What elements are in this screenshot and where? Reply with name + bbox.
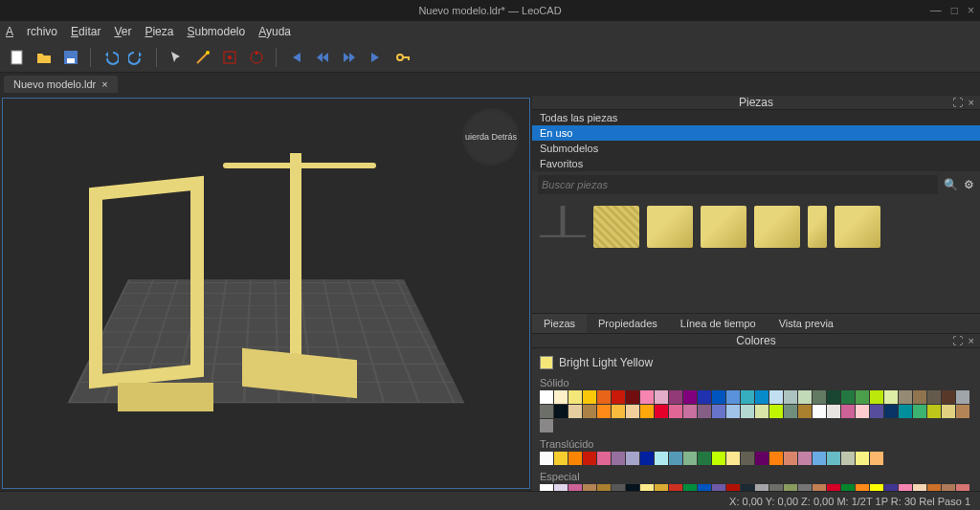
- viewport-3d[interactable]: uierda Detrás: [2, 98, 530, 489]
- expand-icon[interactable]: ⛶: [952, 97, 963, 108]
- color-cell[interactable]: [813, 390, 826, 404]
- color-cell[interactable]: [899, 405, 912, 418]
- color-cell[interactable]: [640, 452, 654, 465]
- tab-close-icon[interactable]: ×: [101, 78, 107, 90]
- part-thumb[interactable]: [835, 206, 880, 248]
- color-cell[interactable]: [554, 390, 568, 404]
- part-thumb[interactable]: [540, 206, 586, 248]
- last-step-icon[interactable]: [365, 46, 388, 69]
- color-cell[interactable]: [913, 390, 926, 404]
- color-cell[interactable]: [683, 452, 697, 465]
- color-cell[interactable]: [870, 390, 883, 404]
- color-cell[interactable]: [712, 405, 725, 418]
- color-cell[interactable]: [856, 405, 869, 418]
- close-icon[interactable]: ×: [968, 4, 974, 17]
- color-cell[interactable]: [841, 405, 855, 418]
- color-cell[interactable]: [784, 405, 797, 418]
- color-cell[interactable]: [784, 390, 797, 404]
- filter-submodels[interactable]: Submodelos: [532, 141, 980, 156]
- color-cell[interactable]: [597, 405, 611, 418]
- color-cell[interactable]: [841, 452, 855, 465]
- color-cell[interactable]: [669, 452, 682, 465]
- menu-archivo[interactable]: Archivo: [6, 25, 57, 38]
- minimize-icon[interactable]: —: [930, 4, 942, 17]
- color-cell[interactable]: [612, 452, 625, 465]
- color-cell[interactable]: [769, 405, 783, 418]
- part-thumb[interactable]: [647, 206, 693, 248]
- color-cell[interactable]: [612, 390, 625, 404]
- color-cell[interactable]: [712, 390, 725, 404]
- color-cell[interactable]: [669, 390, 682, 404]
- color-cell[interactable]: [568, 390, 582, 404]
- undo-icon[interactable]: [99, 46, 122, 69]
- color-cell[interactable]: [540, 390, 553, 404]
- color-cell[interactable]: [568, 452, 582, 465]
- color-cell[interactable]: [626, 452, 639, 465]
- color-cell[interactable]: [856, 390, 869, 404]
- panel-close-icon[interactable]: ×: [969, 97, 974, 108]
- tab-properties[interactable]: Propiedades: [587, 314, 669, 333]
- color-cell[interactable]: [698, 390, 711, 404]
- search-icon[interactable]: 🔍: [944, 178, 958, 191]
- color-cell[interactable]: [827, 390, 840, 404]
- color-cell[interactable]: [942, 405, 955, 418]
- first-step-icon[interactable]: [284, 46, 307, 69]
- color-cell[interactable]: [655, 390, 668, 404]
- select-icon[interactable]: [165, 46, 188, 69]
- next-step-icon[interactable]: [338, 46, 361, 69]
- color-cell[interactable]: [827, 452, 840, 465]
- color-cell[interactable]: [827, 405, 840, 418]
- tab-pieces[interactable]: Piezas: [532, 314, 587, 333]
- color-cell[interactable]: [769, 452, 783, 465]
- color-cell[interactable]: [798, 390, 812, 404]
- color-cell[interactable]: [655, 452, 668, 465]
- panel-close-icon[interactable]: ×: [969, 335, 974, 346]
- search-input[interactable]: [538, 175, 938, 194]
- color-cell[interactable]: [640, 405, 654, 418]
- menu-ver[interactable]: Ver: [114, 25, 131, 38]
- rotate-snap-icon[interactable]: [245, 46, 268, 69]
- color-cell[interactable]: [626, 390, 639, 404]
- color-cell[interactable]: [813, 405, 826, 418]
- color-cell[interactable]: [841, 390, 855, 404]
- color-cell[interactable]: [698, 452, 711, 465]
- color-cell[interactable]: [927, 390, 941, 404]
- color-cell[interactable]: [856, 452, 869, 465]
- color-cell[interactable]: [741, 390, 754, 404]
- redo-icon[interactable]: [125, 46, 148, 69]
- color-cell[interactable]: [626, 405, 639, 418]
- color-cell[interactable]: [798, 452, 812, 465]
- expand-icon[interactable]: ⛶: [952, 335, 963, 346]
- wand-icon[interactable]: [191, 46, 214, 69]
- color-cell[interactable]: [669, 405, 682, 418]
- color-cell[interactable]: [870, 452, 883, 465]
- color-cell[interactable]: [726, 390, 740, 404]
- filter-inuse[interactable]: En uso: [532, 125, 980, 141]
- color-cell[interactable]: [554, 452, 568, 465]
- new-file-icon[interactable]: [6, 46, 29, 69]
- part-thumb[interactable]: [701, 206, 746, 248]
- color-cell[interactable]: [942, 390, 955, 404]
- color-cell[interactable]: [884, 390, 898, 404]
- color-cell[interactable]: [927, 405, 941, 418]
- color-cell[interactable]: [597, 390, 611, 404]
- color-cell[interactable]: [741, 405, 754, 418]
- color-cell[interactable]: [568, 405, 582, 418]
- menu-editar[interactable]: Editar: [71, 25, 100, 38]
- color-cell[interactable]: [913, 405, 926, 418]
- color-cell[interactable]: [755, 405, 768, 418]
- color-cell[interactable]: [769, 390, 783, 404]
- color-cell[interactable]: [813, 452, 826, 465]
- part-thumb[interactable]: [754, 206, 800, 248]
- color-cell[interactable]: [712, 452, 725, 465]
- menu-ayuda[interactable]: Ayuda: [258, 25, 291, 38]
- color-cell[interactable]: [741, 452, 754, 465]
- color-cell[interactable]: [583, 452, 596, 465]
- color-cell[interactable]: [884, 405, 898, 418]
- color-cell[interactable]: [540, 419, 553, 432]
- color-cell[interactable]: [798, 405, 812, 418]
- tab-preview[interactable]: Vista previa: [768, 314, 845, 333]
- tab-timeline[interactable]: Línea de tiempo: [669, 314, 768, 333]
- color-cell[interactable]: [640, 390, 654, 404]
- save-file-icon[interactable]: [59, 46, 82, 69]
